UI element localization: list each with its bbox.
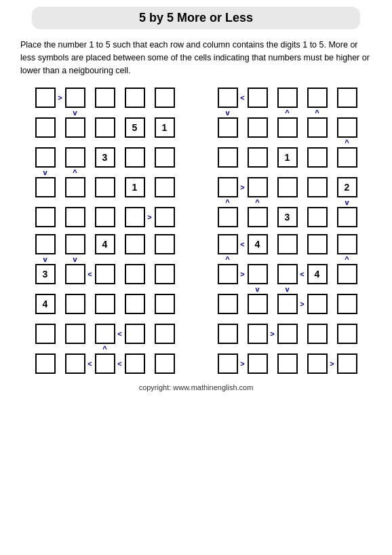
cell-3-4[interactable] xyxy=(155,324,175,344)
cell-0-4[interactable] xyxy=(337,88,357,108)
cell-3-3[interactable] xyxy=(307,324,328,344)
cell-3-0[interactable] xyxy=(35,177,56,197)
cell-2-2[interactable] xyxy=(277,294,298,314)
cell-2-4[interactable] xyxy=(155,294,175,314)
cell-3-0[interactable] xyxy=(218,324,238,344)
cell-1-1[interactable] xyxy=(248,117,268,138)
cell-2-2[interactable]: 3 xyxy=(95,147,115,168)
cell-3-1[interactable] xyxy=(65,177,85,197)
cell-3-4[interactable]: 2 xyxy=(337,177,357,197)
cell-0-3[interactable] xyxy=(125,234,145,254)
cell-2-1[interactable] xyxy=(248,147,268,168)
cell-0-4[interactable] xyxy=(337,234,357,254)
cell-1-1[interactable] xyxy=(65,117,85,138)
cell-4-3[interactable] xyxy=(125,353,145,374)
cell-2-4[interactable] xyxy=(155,147,175,168)
cell-1-4[interactable] xyxy=(337,117,357,138)
cell-1-3[interactable] xyxy=(307,117,328,138)
cell-3-2[interactable] xyxy=(277,177,298,197)
cell-3-0[interactable] xyxy=(218,177,238,197)
cell-1-1[interactable] xyxy=(248,264,268,284)
cell-0-1[interactable] xyxy=(65,234,85,254)
cell-1-0[interactable] xyxy=(218,117,238,138)
cell-0-4[interactable] xyxy=(155,234,175,254)
cell-2-3[interactable] xyxy=(125,294,145,314)
cell-1-0[interactable]: 3 xyxy=(35,264,56,284)
cell-3-3[interactable]: 1 xyxy=(125,177,145,197)
cell-1-2[interactable] xyxy=(277,117,298,138)
cell-4-2[interactable] xyxy=(277,353,298,374)
cell-4-2[interactable]: 3 xyxy=(277,207,298,227)
cell-0-4[interactable] xyxy=(155,88,175,108)
cell-0-0[interactable] xyxy=(218,88,238,108)
cell-3-2[interactable] xyxy=(95,177,115,197)
cell-2-1[interactable] xyxy=(248,294,268,314)
cell-3-3[interactable] xyxy=(125,324,145,344)
cell-1-2[interactable] xyxy=(95,117,115,138)
cell-2-1[interactable] xyxy=(65,294,85,314)
cell-0-2[interactable] xyxy=(277,234,298,254)
cell-2-1[interactable] xyxy=(65,147,85,168)
cell-2-3[interactable] xyxy=(307,294,328,314)
cell-2-4[interactable] xyxy=(337,147,357,168)
cell-0-2[interactable] xyxy=(277,88,298,108)
cell-4-0[interactable] xyxy=(35,207,56,227)
cell-1-4[interactable] xyxy=(337,264,357,284)
cell-4-0[interactable] xyxy=(35,353,56,374)
cell-0-3[interactable] xyxy=(307,88,328,108)
cell-3-1[interactable] xyxy=(248,177,268,197)
cell-0-0[interactable] xyxy=(35,234,56,254)
cell-1-3[interactable]: 5 xyxy=(125,117,145,138)
cell-2-0[interactable] xyxy=(218,147,238,168)
cell-4-4[interactable] xyxy=(155,207,175,227)
cell-0-2[interactable] xyxy=(95,88,115,108)
cell-2-0[interactable] xyxy=(35,147,56,168)
cell-2-3[interactable] xyxy=(125,147,145,168)
cell-1-2[interactable] xyxy=(95,264,115,284)
cell-2-2[interactable]: 1 xyxy=(277,147,298,168)
cell-2-0[interactable] xyxy=(218,294,238,314)
cell-2-3[interactable] xyxy=(307,147,328,168)
cell-3-4[interactable] xyxy=(155,177,175,197)
cell-0-0[interactable] xyxy=(35,88,56,108)
cell-4-3[interactable] xyxy=(307,353,328,374)
cell-1-4[interactable]: 1 xyxy=(155,117,175,138)
cell-0-1[interactable] xyxy=(65,88,85,108)
cell-4-2[interactable] xyxy=(95,353,115,374)
cell-0-3[interactable] xyxy=(307,234,328,254)
cell-4-3[interactable] xyxy=(125,207,145,227)
cell-4-0[interactable] xyxy=(218,353,238,374)
cell-3-1[interactable] xyxy=(65,324,85,344)
cell-1-3[interactable] xyxy=(125,264,145,284)
cell-3-0[interactable] xyxy=(35,324,56,344)
cell-3-4[interactable] xyxy=(337,324,357,344)
cell-3-1[interactable] xyxy=(248,324,268,344)
cell-0-1[interactable] xyxy=(248,88,268,108)
cell-4-1[interactable] xyxy=(65,353,85,374)
cell-1-0[interactable] xyxy=(35,117,56,138)
cell-3-3[interactable] xyxy=(307,177,328,197)
cell-1-0[interactable] xyxy=(218,264,238,284)
cell-3-2[interactable] xyxy=(277,324,298,344)
cell-1-4[interactable] xyxy=(155,264,175,284)
cell-4-0[interactable] xyxy=(218,207,238,227)
cell-2-2[interactable] xyxy=(95,294,115,314)
cell-4-2[interactable] xyxy=(95,207,115,227)
cell-4-1[interactable] xyxy=(65,207,85,227)
cell-4-1[interactable] xyxy=(248,207,268,227)
cell-4-4[interactable] xyxy=(337,353,357,374)
cell-4-1[interactable] xyxy=(248,353,268,374)
cell-0-0[interactable] xyxy=(218,234,238,254)
cell-0-3[interactable] xyxy=(125,88,145,108)
cell-4-4[interactable] xyxy=(337,207,357,227)
cell-1-3[interactable]: 4 xyxy=(307,264,328,284)
cell-2-4[interactable] xyxy=(337,294,357,314)
cell-4-4[interactable] xyxy=(155,353,175,374)
cell-4-3[interactable] xyxy=(307,207,328,227)
cell-0-2[interactable]: 4 xyxy=(95,234,115,254)
cell-2-0[interactable]: 4 xyxy=(35,294,56,314)
cell-1-1[interactable] xyxy=(65,264,85,284)
cell-1-2[interactable] xyxy=(277,264,298,284)
cell-3-2[interactable] xyxy=(95,324,115,344)
cell-0-1[interactable]: 4 xyxy=(248,234,268,254)
